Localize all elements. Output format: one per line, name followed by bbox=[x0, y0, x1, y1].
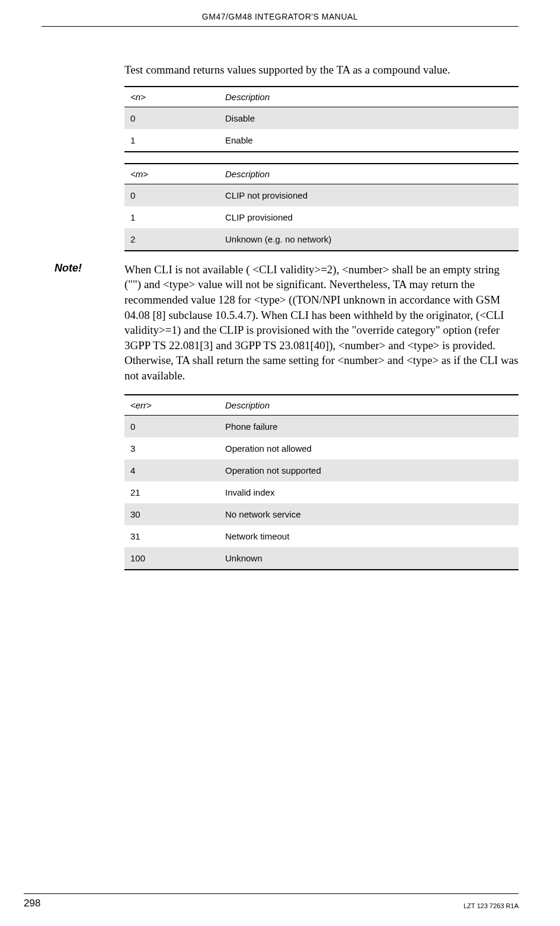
table-n: <n> Description 0 Disable 1 Enable bbox=[124, 86, 519, 152]
page-number: 298 bbox=[24, 898, 40, 909]
content-area: Test command returns values supported by… bbox=[124, 62, 519, 570]
table-row: 4 Operation not supported bbox=[124, 459, 519, 481]
table-cell: No network service bbox=[219, 503, 519, 525]
table-header-cell: <n> bbox=[124, 87, 219, 107]
table-row: 21 Invalid index bbox=[124, 481, 519, 503]
page: GM47/GM48 INTEGRATOR'S MANUAL Test comma… bbox=[0, 0, 560, 926]
table-cell: 2 bbox=[124, 228, 219, 251]
table-cell: Unknown (e.g. no network) bbox=[219, 228, 519, 251]
table-header-cell: Description bbox=[219, 395, 519, 416]
table-cell: 30 bbox=[124, 503, 219, 525]
table-cell: Operation not allowed bbox=[219, 438, 519, 459]
table-row: 0 Phone failure bbox=[124, 415, 519, 438]
table-cell: Network timeout bbox=[219, 525, 519, 547]
table-header-cell: Description bbox=[219, 87, 519, 107]
table-cell: 4 bbox=[124, 459, 219, 481]
table-cell: Enable bbox=[219, 129, 519, 152]
table-row: 3 Operation not allowed bbox=[124, 438, 519, 459]
page-header-title: GM47/GM48 INTEGRATOR'S MANUAL bbox=[41, 12, 519, 21]
table-header-row: <err> Description bbox=[124, 395, 519, 416]
table-row: 0 Disable bbox=[124, 107, 519, 129]
table-cell: Unknown bbox=[219, 547, 519, 570]
table-cell: 0 bbox=[124, 184, 219, 206]
table-header-row: <n> Description bbox=[124, 87, 519, 107]
note-block: Note! When CLI is not available ( <CLI v… bbox=[124, 262, 519, 384]
table-header-cell: <err> bbox=[124, 395, 219, 416]
table-row: 0 CLIP not provisioned bbox=[124, 184, 519, 206]
footer-rule bbox=[24, 893, 519, 894]
note-label: Note! bbox=[55, 262, 82, 274]
table-cell: 1 bbox=[124, 206, 219, 228]
table-cell: Disable bbox=[219, 107, 519, 129]
intro-paragraph: Test command returns values supported by… bbox=[124, 62, 519, 78]
table-err: <err> Description 0 Phone failure 3 Oper… bbox=[124, 394, 519, 570]
note-text: When CLI is not available ( <CLI validit… bbox=[124, 262, 519, 384]
table-row: 31 Network timeout bbox=[124, 525, 519, 547]
page-footer: 298 LZT 123 7263 R1A bbox=[24, 893, 519, 909]
table-cell: 3 bbox=[124, 438, 219, 459]
header-rule bbox=[41, 26, 519, 27]
table-header-cell: Description bbox=[219, 164, 519, 184]
table-row: 30 No network service bbox=[124, 503, 519, 525]
table-cell: CLIP not provisioned bbox=[219, 184, 519, 206]
table-cell: Phone failure bbox=[219, 415, 519, 438]
table-row: 1 CLIP provisioned bbox=[124, 206, 519, 228]
table-cell: Invalid index bbox=[219, 481, 519, 503]
table-row: 100 Unknown bbox=[124, 547, 519, 570]
table-header-row: <m> Description bbox=[124, 164, 519, 184]
table-row: 2 Unknown (e.g. no network) bbox=[124, 228, 519, 251]
table-row: 1 Enable bbox=[124, 129, 519, 152]
footer-row: 298 LZT 123 7263 R1A bbox=[24, 898, 519, 909]
table-m: <m> Description 0 CLIP not provisioned 1… bbox=[124, 163, 519, 251]
table-cell: 31 bbox=[124, 525, 219, 547]
table-cell: 0 bbox=[124, 415, 219, 438]
document-id: LZT 123 7263 R1A bbox=[463, 902, 519, 909]
table-cell: CLIP provisioned bbox=[219, 206, 519, 228]
table-cell: 21 bbox=[124, 481, 219, 503]
table-cell: 1 bbox=[124, 129, 219, 152]
table-cell: Operation not supported bbox=[219, 459, 519, 481]
table-cell: 0 bbox=[124, 107, 219, 129]
table-header-cell: <m> bbox=[124, 164, 219, 184]
table-cell: 100 bbox=[124, 547, 219, 570]
